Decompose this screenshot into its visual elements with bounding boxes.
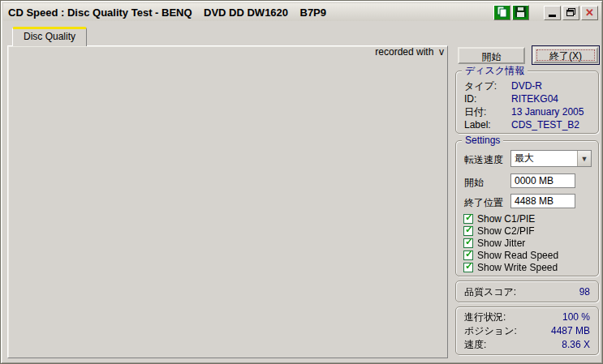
window-title: CD Speed : Disc Quality Test - BENQ DVD … [3,6,326,19]
checkmark-icon: ✓ [465,212,473,222]
transfer-speed-label: 転送速度 [464,153,503,167]
checkbox-label: Show Jitter [477,238,525,249]
position-value: 4487 MB [551,324,590,338]
close-button[interactable]: ✕ [581,6,598,20]
checkbox-show-c2-pif[interactable]: ✓ Show C2/PIF [463,225,535,237]
app-window: CD Speed : Disc Quality Test - BENQ DVD … [0,0,603,364]
field-label: ID: [464,92,511,105]
checkbox-label: Show C1/PIE [477,213,535,225]
checkmark-icon: ✓ [465,237,473,246]
copy-icon [496,6,508,20]
quality-score-group: 品質スコア: 98 [455,280,599,302]
exit-button-label: 終了(X) [549,50,582,62]
quality-score-label: 品質スコア: [464,285,516,299]
maximize-button[interactable] [562,6,579,20]
end-position-input[interactable]: 4488 MB [510,194,575,208]
field-value: RITEKG04 [511,92,558,105]
field-label: 日付: [464,105,511,118]
field-value: CDS_TEST_B2 [511,118,579,131]
checkbox-show-jitter[interactable]: ✓ Show Jitter [463,238,525,249]
settings-group: Settings 転送速度 最大 ▼ 開始 0000 MB 終了位置 4488 … [455,140,599,276]
disc-info-group: ディスク情報 タイプ:DVD-R ID:RITEKG04 日付:13 Janua… [455,71,599,134]
copy-button[interactable] [493,5,510,20]
save-button[interactable] [512,5,529,20]
checkbox-show-c1-pie[interactable]: ✓ Show C1/PIE [463,213,535,225]
recorded-with-text: recorded with v [269,46,444,58]
transfer-speed-value: 最大 [511,151,577,166]
checkbox-label: Show Read Speed [477,250,558,261]
disc-info-title: ディスク情報 [462,65,528,76]
checkmark-icon: ✓ [465,225,473,234]
close-icon: ✕ [585,7,594,18]
end-position-label: 終了位置 [464,196,503,210]
progress-value: 100 % [562,310,590,324]
start-button[interactable]: 開始 [458,47,525,64]
exit-button[interactable]: 終了(X) [532,45,600,65]
position-label: ポジション: [464,324,517,338]
titlebar[interactable]: CD Speed : Disc Quality Test - BENQ DVD … [3,3,601,21]
minimize-button[interactable] [544,6,561,20]
start-position-label: 開始 [464,176,484,190]
progress-label: 進行状況: [464,310,506,324]
minimize-icon [549,15,556,17]
chart-panel [7,45,448,358]
field-value: DVD-R [511,79,542,92]
speed-label: 速度: [464,338,486,352]
maximize-icon [566,7,575,19]
checkbox-label: Show C2/PIF [477,225,535,237]
field-label: タイプ: [464,79,511,92]
transfer-speed-combobox[interactable]: 最大 ▼ [510,150,592,167]
quality-score-value: 98 [579,285,590,299]
speed-value: 8.36 X [562,338,590,352]
start-button-label: 開始 [482,51,502,62]
save-icon [515,6,527,20]
chevron-down-icon[interactable]: ▼ [577,151,591,166]
progress-group: 進行状況:100 % ポジション:4487 MB 速度:8.36 X [455,306,599,355]
checkbox-show-read-speed[interactable]: ✓ Show Read Speed [463,250,558,261]
field-label: Label: [464,118,511,131]
field-value: 13 January 2005 [511,105,584,118]
settings-title: Settings [462,135,503,146]
tab-disc-quality[interactable]: Disc Quality [12,27,87,46]
checkbox-show-write-speed[interactable]: ✓ Show Write Speed [463,262,558,273]
tab-label: Disc Quality [24,31,75,42]
start-position-input[interactable]: 0000 MB [510,173,575,188]
checkbox-label: Show Write Speed [477,262,558,273]
checkmark-icon: ✓ [465,249,473,259]
checkmark-icon: ✓ [465,261,473,271]
